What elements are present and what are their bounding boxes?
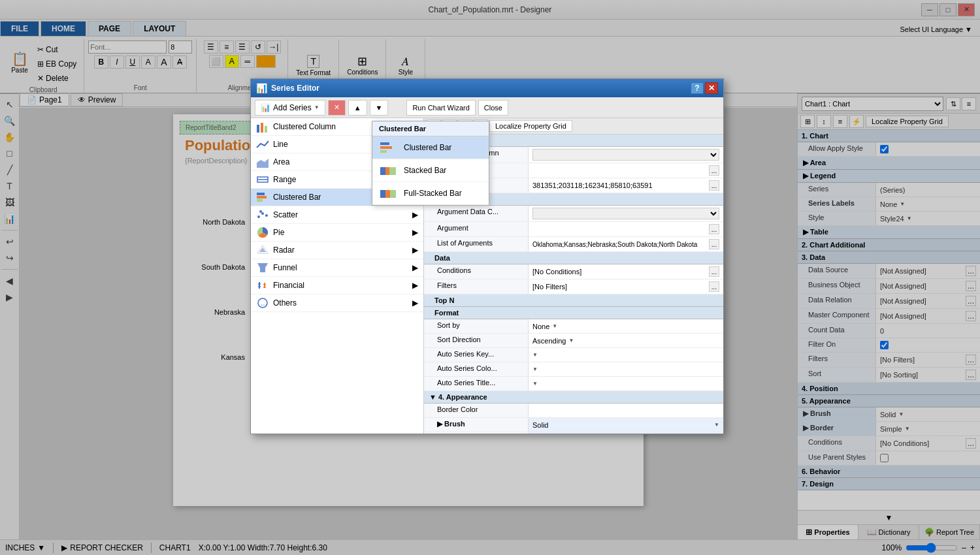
sp-val-brush[interactable]: Solid ▼: [529, 418, 723, 432]
chart-type-financial[interactable]: Financial ▶: [251, 277, 423, 294]
svg-rect-18: [257, 125, 259, 133]
pie-icon: [256, 227, 269, 238]
sp-name-sort-dir: Sort Direction: [424, 334, 529, 347]
dialog-icon: 📊: [256, 83, 267, 93]
svg-rect-19: [261, 123, 263, 133]
run-wizard-btn[interactable]: Run Chart Wizard: [406, 100, 475, 116]
sp-val-conditions: [No Conditions] ...: [529, 264, 723, 279]
others-icon: ...: [256, 297, 269, 309]
dots-btn-argument[interactable]: ...: [709, 224, 719, 234]
range-icon: [256, 174, 269, 185]
dots-btn-conditions[interactable]: ...: [709, 266, 719, 277]
chart-type-scatter[interactable]: Scatter ▶: [251, 206, 423, 224]
sp-name-brush-neg: ▶ Brush Negative: [424, 432, 529, 434]
financial-icon: [256, 279, 269, 291]
svg-marker-33: [257, 263, 268, 272]
sp-val-value: ...: [529, 163, 723, 178]
submenu-stacked-bar[interactable]: Stacked Bar: [372, 159, 489, 182]
dialog-help-btn[interactable]: ?: [691, 82, 704, 94]
sp-border-color: Border Color: [424, 404, 723, 418]
svg-rect-47: [389, 167, 396, 175]
sp-brush-row: ▶ Brush Solid ▼: [424, 418, 723, 432]
clustered-bar-submenu: Clustered Bar Clustered Bar Stacked Bar …: [372, 121, 489, 206]
sp-filters: Filters [No Filters] ...: [424, 279, 723, 294]
dots-btn-filters[interactable]: ...: [709, 281, 719, 292]
chart-type-funnel[interactable]: Funnel ▶: [251, 259, 423, 277]
svg-rect-50: [390, 190, 396, 198]
sp-val-list-values: 381351;203118;162341;85810;63591 ...: [529, 178, 723, 193]
remove-series-btn[interactable]: ✕: [328, 100, 346, 116]
dialog-toolbar: 📊 Add Series ▼ ✕ ▲ ▼ Run Chart Wizard Cl…: [251, 97, 723, 118]
sp-section-topn[interactable]: Top N: [424, 294, 723, 307]
submenu-fsb-icon: [379, 186, 399, 200]
sp-argument: Argument ...: [424, 222, 723, 237]
sp-val-brush-neg[interactable]: Solid ▼: [529, 432, 723, 434]
scatter-arrow: ▶: [412, 210, 418, 219]
sp-val-sort-dir[interactable]: Ascending ▼: [529, 334, 723, 347]
sp-conditions: Conditions [No Conditions] ...: [424, 264, 723, 279]
dots-btn-list-args[interactable]: ...: [709, 239, 719, 249]
sp-section-format[interactable]: Format: [424, 307, 723, 319]
sp-name-ask: Auto Series Key...: [424, 348, 529, 362]
sp-name-list-arguments: List of Arguments: [424, 237, 529, 251]
dialog-controls: ? ✕: [691, 82, 718, 94]
others-arrow: ▶: [412, 298, 418, 308]
radar-arrow: ▶: [412, 246, 418, 255]
radar-icon: [256, 244, 269, 256]
sp-sort-by: Sort by None ▼: [424, 319, 723, 334]
dots-btn-list-values[interactable]: ...: [709, 180, 719, 191]
add-series-btn[interactable]: 📊 Add Series ▼: [255, 100, 325, 116]
sp-val-ask[interactable]: ▼: [529, 348, 723, 362]
sp-name-conditions: Conditions: [424, 264, 529, 279]
svg-rect-42: [380, 142, 389, 145]
clustered-bar-icon: [256, 191, 269, 203]
sp-section-data[interactable]: Data: [424, 252, 723, 264]
add-series-icon: 📊: [261, 103, 270, 112]
svg-rect-20: [265, 126, 267, 133]
svg-rect-26: [257, 199, 263, 202]
dialog-header: 📊 Series Editor ? ✕: [251, 79, 723, 97]
submenu-full-stacked-bar[interactable]: Full-Stacked Bar: [372, 182, 489, 205]
sp-auto-series-title: Auto Series Title... ▼: [424, 377, 723, 391]
svg-rect-24: [257, 193, 265, 195]
dialog-close-toolbar-btn[interactable]: Close: [478, 100, 508, 116]
move-up-btn[interactable]: ▲: [348, 100, 367, 116]
chart-type-pie[interactable]: Pie ▶: [251, 224, 423, 242]
sp-name-brush: ▶ Brush: [424, 418, 529, 432]
svg-rect-48: [380, 190, 385, 198]
svg-point-28: [261, 212, 264, 215]
sp-name-filters: Filters: [424, 279, 529, 294]
chart-type-others[interactable]: ... Others ▶: [251, 294, 423, 312]
chart-type-radar[interactable]: Radar ▶: [251, 242, 423, 259]
sp-name-ast: Auto Series Title...: [424, 377, 529, 390]
dialog-close-btn[interactable]: ✕: [705, 82, 718, 94]
move-down-btn[interactable]: ▼: [370, 100, 389, 116]
sp-val-vdc[interactable]: [529, 147, 723, 163]
svg-point-27: [257, 215, 260, 218]
vdc-select[interactable]: [532, 149, 719, 161]
sp-val-list-arguments: Oklahoma;Kansas;Nebraska;South Dakota;No…: [529, 237, 723, 251]
funnel-icon: [256, 262, 269, 274]
add-series-arrow: ▼: [314, 104, 319, 110]
sp-auto-series-key: Auto Series Key... ▼: [424, 348, 723, 362]
svg-rect-25: [257, 196, 267, 198]
svg-text:...: ...: [261, 298, 267, 308]
sp-val-ast[interactable]: ▼: [529, 377, 723, 390]
sp-localize-btn[interactable]: Localize Property Grid: [489, 120, 572, 132]
adc-select[interactable]: [532, 208, 719, 219]
sp-val-asc[interactable]: ▼: [529, 362, 723, 376]
sp-name-asc: Auto Series Colo...: [424, 362, 529, 376]
pie-arrow: ▶: [412, 228, 418, 237]
dialog-title: Series Editor: [271, 84, 319, 93]
sp-argument-data-col: Argument Data C...: [424, 206, 723, 222]
sp-section-appearance[interactable]: ▼ 4. Appearance: [424, 391, 723, 404]
sp-name-adc: Argument Data C...: [424, 206, 529, 221]
clustered-column-icon: [256, 121, 269, 133]
sp-val-adc[interactable]: [529, 206, 723, 221]
sp-val-argument: ...: [529, 222, 723, 236]
sp-val-sort-by[interactable]: None ▼: [529, 319, 723, 333]
dots-btn-value[interactable]: ...: [709, 165, 719, 176]
line-icon: [256, 138, 269, 150]
submenu-clustered-bar[interactable]: Clustered Bar: [372, 136, 489, 159]
area-icon: [256, 156, 269, 168]
